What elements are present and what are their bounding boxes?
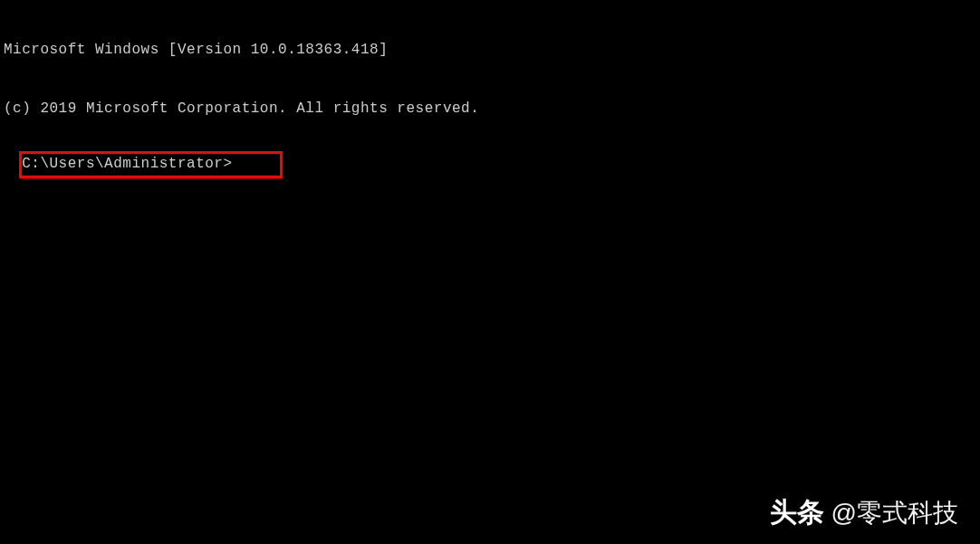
command-prompt[interactable]: C:\Users\Administrator> bbox=[22, 156, 232, 172]
copyright-line: (c) 2019 Microsoft Corporation. All righ… bbox=[4, 100, 980, 119]
command-prompt-highlight: C:\Users\Administrator> bbox=[19, 151, 282, 178]
terminal-output[interactable]: Microsoft Windows [Version 10.0.18363.41… bbox=[0, 0, 980, 178]
watermark-handle: @零式科技 bbox=[831, 496, 958, 530]
watermark: 头条 @零式科技 bbox=[770, 494, 958, 531]
version-line: Microsoft Windows [Version 10.0.18363.41… bbox=[4, 41, 980, 61]
watermark-brand: 头条 bbox=[770, 494, 824, 531]
